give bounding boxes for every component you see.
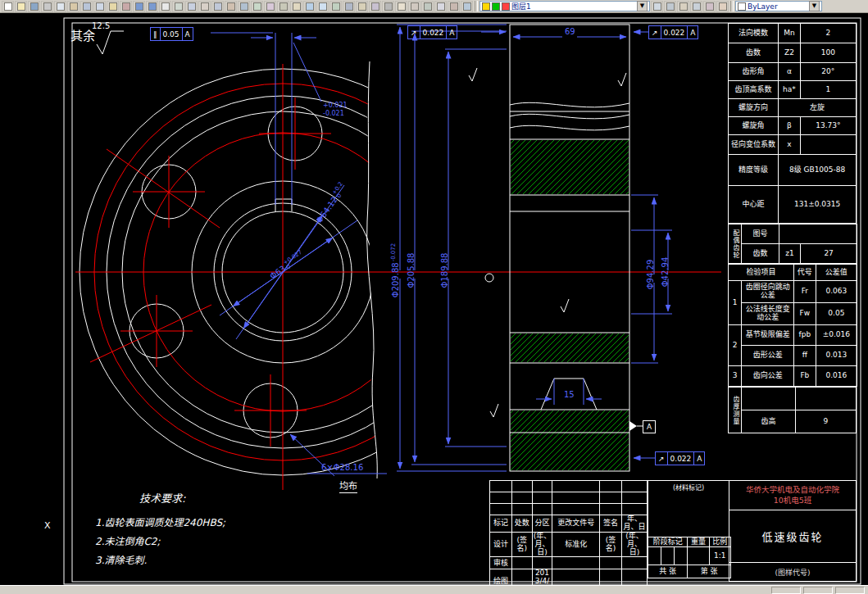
properties-icon[interactable] xyxy=(211,1,224,12)
move-icon[interactable] xyxy=(690,1,702,12)
new-icon[interactable] xyxy=(2,1,14,12)
design-center-icon[interactable] xyxy=(225,1,237,12)
status-segment[interactable] xyxy=(803,587,833,594)
tech-req-line: 2.未注倒角C2; xyxy=(95,533,161,547)
paste-icon[interactable] xyxy=(107,1,119,12)
table-cell: 处数 xyxy=(511,515,532,533)
open-icon[interactable] xyxy=(15,1,27,12)
sheet-set-manager-icon[interactable] xyxy=(251,1,263,12)
table-cell xyxy=(600,504,622,515)
make-object-layer-icon[interactable] xyxy=(651,1,663,12)
table-cell: 20° xyxy=(800,63,856,81)
table-cell xyxy=(800,135,856,155)
cut-icon[interactable] xyxy=(80,1,93,12)
print-preview-icon[interactable] xyxy=(54,1,66,12)
tech-req-line: 1.齿轮表面调质处理240HBS; xyxy=(95,515,225,528)
xref-icon[interactable] xyxy=(461,1,473,12)
roughness-value: 12.5 xyxy=(92,21,110,30)
layer-freeze-icon[interactable] xyxy=(343,1,355,12)
color-combo[interactable]: ByLayer ▼ xyxy=(735,1,822,11)
redo-icon[interactable] xyxy=(146,1,158,12)
zoom-window-icon[interactable] xyxy=(185,1,198,12)
table-cell: 齿高 xyxy=(742,410,795,433)
pan-icon[interactable] xyxy=(159,1,171,12)
layer-lock-icon xyxy=(502,2,510,11)
linetype-icon[interactable] xyxy=(369,1,381,12)
layer-isolate-icon[interactable] xyxy=(329,1,342,12)
table-cell: 比例 xyxy=(709,537,730,547)
table-cell: 审核 xyxy=(490,557,512,569)
table-cell xyxy=(552,504,600,515)
table-cell: 0.063 xyxy=(816,281,857,303)
part-name-cell: 低速级齿轮 xyxy=(729,510,857,563)
tool-palettes-icon[interactable] xyxy=(238,1,250,12)
gear-inspection-params: 检验项目代号公差值1齿圈径向跳动公差Fr0.063公法线长度变动公差Fw0.05… xyxy=(728,264,857,387)
table-cell: Z2 xyxy=(779,43,801,63)
table-cell: 0.016 xyxy=(816,366,857,387)
undo-icon[interactable] xyxy=(133,1,145,12)
erase-icon[interactable] xyxy=(716,1,729,12)
color-control-icon[interactable] xyxy=(395,1,407,12)
table-cell xyxy=(600,481,622,492)
title-block-left: 标记处数分区更改文件号签名年、月、日设计(签名)(年、月、日)标准化(签名)(年… xyxy=(489,480,648,594)
layer-on-icon xyxy=(482,2,490,11)
status-segment[interactable] xyxy=(835,587,865,594)
table-cell xyxy=(621,492,647,504)
table-cell xyxy=(490,481,512,492)
layer-lock-icon[interactable] xyxy=(356,1,368,12)
chevron-down-icon[interactable]: ▼ xyxy=(809,1,820,11)
table-style-icon[interactable] xyxy=(434,1,447,12)
table-cell: 0.013 xyxy=(816,346,857,366)
table-cell: fpb xyxy=(794,325,816,346)
command-window-label[interactable]: X xyxy=(44,520,51,531)
table-cell: 签名 xyxy=(600,515,622,533)
table-cell: 精度等级 xyxy=(729,155,779,186)
layer-combo-value: 图层1 xyxy=(511,1,531,11)
layer-previous-icon[interactable] xyxy=(677,1,689,12)
zoom-realtime-icon[interactable] xyxy=(172,1,184,12)
gear-basic-params: 法向模数Mn2齿数Z2100齿形角α20°齿顶高系数ha*1螺旋方向左旋螺旋角β… xyxy=(728,23,857,224)
circular-runout-icon: ↗ xyxy=(656,452,667,465)
copy-icon[interactable] xyxy=(93,1,106,12)
class-name: 10机电5班 xyxy=(774,496,812,506)
lineweight-icon[interactable] xyxy=(382,1,394,12)
publish-icon[interactable] xyxy=(67,1,80,12)
table-cell: 配偶齿轮 xyxy=(729,224,742,264)
help-icon[interactable] xyxy=(290,1,302,12)
fcf-tolerance: 0.022 xyxy=(661,26,688,39)
circular-runout-icon: ↗ xyxy=(649,26,661,39)
save-icon[interactable] xyxy=(28,1,40,12)
table-cell xyxy=(600,557,622,569)
table-cell: 代号 xyxy=(794,265,816,281)
markup-icon[interactable] xyxy=(264,1,276,12)
quick-calc-icon[interactable] xyxy=(277,1,289,12)
table-cell: 1 xyxy=(800,81,856,99)
table-cell: 2 xyxy=(729,325,742,366)
d-tol: -0.072 xyxy=(389,243,396,262)
table-cell xyxy=(661,547,674,565)
table-cell: 第 张 xyxy=(688,565,731,578)
material-mark: (材料标记) xyxy=(673,483,704,492)
rotate-icon[interactable] xyxy=(703,1,716,12)
text-style-icon[interactable] xyxy=(408,1,420,12)
dim-keyway-width-tol: +0.021 -0.021 xyxy=(323,102,348,117)
table-cell: ha* xyxy=(779,81,801,99)
status-segment[interactable] xyxy=(771,587,801,594)
layer-match-icon[interactable] xyxy=(664,1,676,12)
layer-states-icon[interactable] xyxy=(316,1,329,12)
table-cell: (年、月、日) xyxy=(621,532,647,557)
d-value: Φ209.88 xyxy=(391,262,400,297)
layers-icon[interactable] xyxy=(303,1,316,12)
chevron-down-icon[interactable]: ▼ xyxy=(637,1,648,11)
block-editor-icon[interactable] xyxy=(448,1,460,12)
fcf-runout-bottom: ↗ 0.022 A xyxy=(655,451,705,465)
dim-style-icon[interactable] xyxy=(421,1,434,12)
match-properties-icon[interactable] xyxy=(120,1,132,12)
fcf-runout-top-right: ↗ 0.022 A xyxy=(648,25,698,39)
table-cell xyxy=(532,492,552,504)
print-icon[interactable] xyxy=(41,1,53,12)
zoom-previous-icon[interactable] xyxy=(198,1,211,12)
layer-combo[interactable]: 图层1 ▼ xyxy=(479,1,650,11)
fcf-runout-top-left: ↗ 0.022 A xyxy=(407,25,457,39)
gear-tooth-measure: 齿厚测量齿高9 xyxy=(728,387,857,433)
